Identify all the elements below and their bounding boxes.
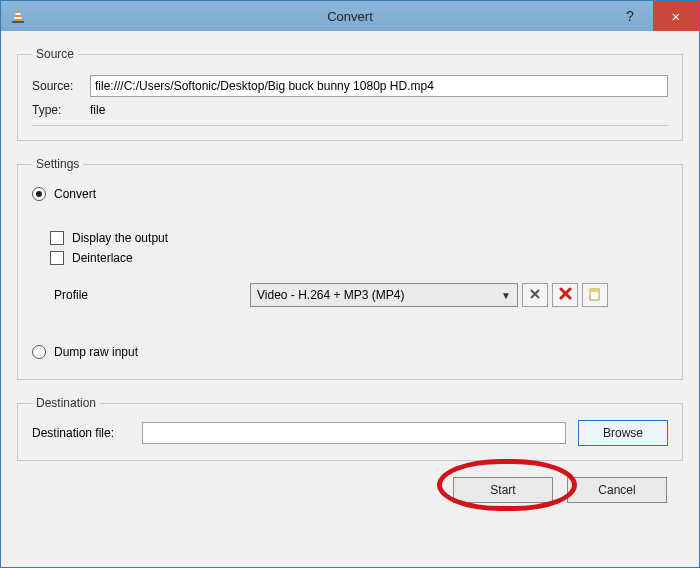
deinterlace-row[interactable]: Deinterlace [50,251,668,265]
convert-dialog: Convert ? × Source Source: Type: file Se… [0,0,700,568]
display-output-label: Display the output [72,231,168,245]
settings-legend: Settings [32,157,83,171]
convert-radio-row[interactable]: Convert [32,187,668,201]
close-button[interactable]: × [653,1,699,31]
deinterlace-label: Deinterlace [72,251,133,265]
chevron-down-icon: ▼ [501,290,511,301]
dump-radio-row[interactable]: Dump raw input [32,345,668,359]
dialog-footer: Start Cancel [17,473,683,503]
profile-row: Profile Video - H.264 + MP3 (MP4) ▼ [32,283,668,307]
window-controls: ? × [607,1,699,31]
help-button[interactable]: ? [607,1,653,31]
profile-value: Video - H.264 + MP3 (MP4) [257,288,405,302]
type-value: file [90,103,105,117]
destination-file-input[interactable] [142,422,566,444]
divider [32,125,668,126]
profile-select[interactable]: Video - H.264 + MP3 (MP4) ▼ [250,283,518,307]
destination-legend: Destination [32,396,100,410]
cancel-button[interactable]: Cancel [567,477,667,503]
window-title: Convert [1,9,699,24]
edit-profile-button[interactable] [522,283,548,307]
svg-rect-3 [12,21,24,23]
destination-group: Destination Destination file: Browse [17,396,683,461]
destination-file-label: Destination file: [32,426,142,440]
browse-button[interactable]: Browse [578,420,668,446]
settings-group: Settings Convert Display the output Dein… [17,157,683,380]
new-profile-button[interactable] [582,283,608,307]
source-input[interactable] [90,75,668,97]
source-group: Source Source: Type: file [17,47,683,141]
delete-icon [559,287,572,303]
tools-icon [528,287,542,304]
profile-label: Profile [54,288,250,302]
dump-radio[interactable] [32,345,46,359]
svg-rect-1 [16,13,21,15]
dialog-content: Source Source: Type: file Settings Conve… [1,31,699,567]
svg-rect-2 [15,17,22,19]
titlebar[interactable]: Convert ? × [1,1,699,31]
deinterlace-checkbox[interactable] [50,251,64,265]
dump-radio-label: Dump raw input [54,345,138,359]
display-output-checkbox[interactable] [50,231,64,245]
type-label: Type: [32,103,90,117]
source-legend: Source [32,47,78,61]
display-output-row[interactable]: Display the output [50,231,668,245]
delete-profile-button[interactable] [552,283,578,307]
svg-rect-5 [590,289,599,292]
new-profile-icon [588,287,602,304]
svg-marker-0 [14,9,22,22]
start-button[interactable]: Start [453,477,553,503]
vlc-icon [9,7,27,25]
source-label: Source: [32,79,90,93]
convert-radio[interactable] [32,187,46,201]
convert-radio-label: Convert [54,187,96,201]
